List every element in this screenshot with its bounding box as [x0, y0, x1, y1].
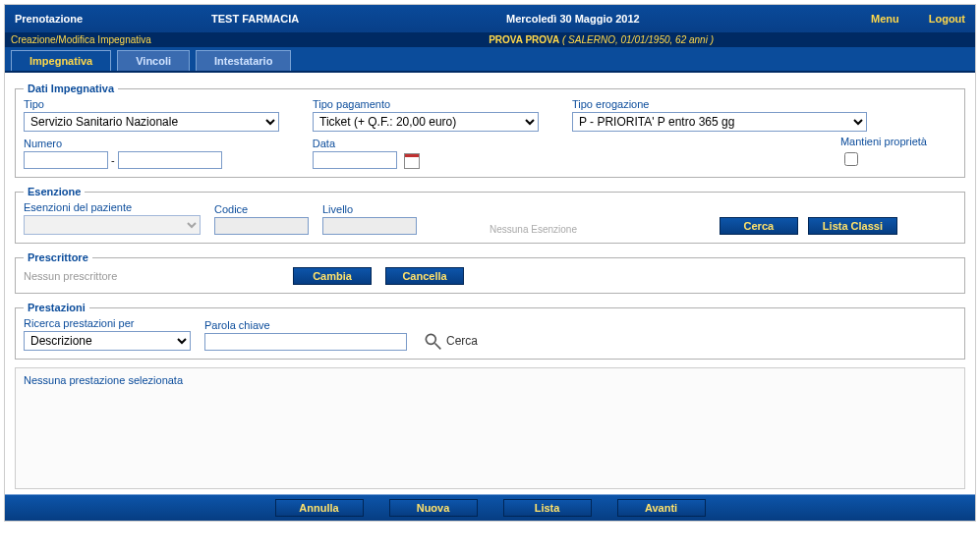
menu-link[interactable]: Menu: [871, 13, 899, 25]
nessuna-prestazione-text: Nessuna prestazione selezionata: [24, 374, 183, 386]
numero-input-a[interactable]: [24, 151, 108, 169]
current-date: Mercoledì 30 Maggio 2012: [457, 13, 841, 25]
main-content: Dati Impegnativa Tipo Servizio Sanitario…: [5, 73, 975, 495]
dati-impegnativa-fieldset: Dati Impegnativa Tipo Servizio Sanitario…: [15, 83, 965, 178]
pagamento-label: Tipo pagamento: [313, 98, 539, 110]
logout-link[interactable]: Logout: [929, 13, 965, 25]
parola-label: Parola chiave: [204, 319, 407, 331]
nessuna-esenzione-text: Nessuna Esenzione: [490, 224, 577, 235]
pharmacy-name: TEST FARMACIA: [211, 13, 457, 25]
data-input[interactable]: [313, 151, 397, 169]
top-header-bar: Prenotazione TEST FARMACIA Mercoledì 30 …: [5, 5, 975, 32]
prestazioni-fieldset: Prestazioni Ricerca prestazioni per Desc…: [15, 302, 965, 360]
page-title: Prenotazione: [15, 13, 211, 25]
pagamento-select[interactable]: Ticket (+ Q.F.: 20,00 euro): [313, 112, 539, 132]
esenzione-fieldset: Esenzione Esenzioni del paziente Codice …: [15, 186, 965, 244]
nuova-button[interactable]: Nuova: [389, 499, 478, 517]
search-icon[interactable]: [421, 331, 444, 351]
esenzioni-paziente-select[interactable]: [24, 215, 201, 235]
livello-label: Livello: [322, 203, 417, 215]
nessun-prescrittore-text: Nessun prescrittore: [24, 270, 279, 282]
prescrittore-fieldset: Prescrittore Nessun prescrittore Cambia …: [15, 251, 965, 294]
esenzioni-paziente-label: Esenzioni del paziente: [24, 201, 201, 213]
cerca-prestazioni-link[interactable]: Cerca: [446, 334, 478, 348]
bottom-action-bar: Annulla Nuova Lista Avanti: [5, 494, 975, 521]
parola-input[interactable]: [204, 333, 407, 351]
patient-info: PROVA PROVA ( SALERNO, 01/01/1950, 62 an…: [489, 34, 714, 45]
livello-input: [322, 217, 417, 235]
calendar-icon[interactable]: [404, 153, 420, 169]
prescrittore-legend: Prescrittore: [24, 251, 92, 263]
breadcrumb: Creazione/Modifica Impegnativa: [11, 34, 151, 45]
data-label: Data: [313, 138, 420, 149]
tipo-select[interactable]: Servizio Sanitario Nazionale: [24, 112, 279, 132]
numero-input-b[interactable]: [118, 151, 222, 169]
tab-impegnativa[interactable]: Impegnativa: [11, 50, 111, 71]
annulla-button[interactable]: Annulla: [275, 499, 364, 517]
esenzione-legend: Esenzione: [24, 186, 85, 197]
prestazioni-list-box: Nessuna prestazione selezionata: [15, 367, 965, 489]
svg-point-0: [426, 334, 435, 344]
tipo-label: Tipo: [24, 98, 279, 110]
svg-line-1: [435, 344, 441, 350]
lista-classi-button[interactable]: Lista Classi: [808, 217, 897, 235]
codice-input: [214, 217, 309, 235]
ricerca-label: Ricerca prestazioni per: [24, 317, 191, 329]
patient-name: PROVA PROVA: [489, 34, 559, 45]
dati-legend: Dati Impegnativa: [24, 83, 118, 94]
app-frame: Prenotazione TEST FARMACIA Mercoledì 30 …: [4, 4, 976, 522]
lista-button[interactable]: Lista: [503, 499, 592, 517]
cerca-esenzione-button[interactable]: Cerca: [720, 217, 798, 235]
cambia-button[interactable]: Cambia: [293, 267, 372, 285]
erogazione-label: Tipo erogazione: [572, 98, 867, 110]
ricerca-select[interactable]: Descrizione: [24, 331, 191, 351]
breadcrumb-bar: Creazione/Modifica Impegnativa PROVA PRO…: [5, 32, 975, 47]
numero-label: Numero: [24, 138, 222, 149]
cancella-button[interactable]: Cancella: [385, 267, 464, 285]
tab-intestatario[interactable]: Intestatario: [196, 50, 291, 71]
mantieni-checkbox[interactable]: [844, 152, 858, 166]
patient-detail: ( SALERNO, 01/01/1950, 62 anni ): [562, 34, 714, 45]
codice-label: Codice: [214, 203, 309, 215]
tabs-row: Impegnativa Vincoli Intestatario: [5, 47, 975, 73]
avanti-button[interactable]: Avanti: [617, 499, 706, 517]
mantieni-label: Mantieni proprietà: [840, 136, 927, 147]
erogazione-select[interactable]: P - PRIORITA' P entro 365 gg: [572, 112, 867, 132]
prestazioni-legend: Prestazioni: [24, 302, 89, 313]
tab-vincoli[interactable]: Vincoli: [117, 50, 190, 71]
